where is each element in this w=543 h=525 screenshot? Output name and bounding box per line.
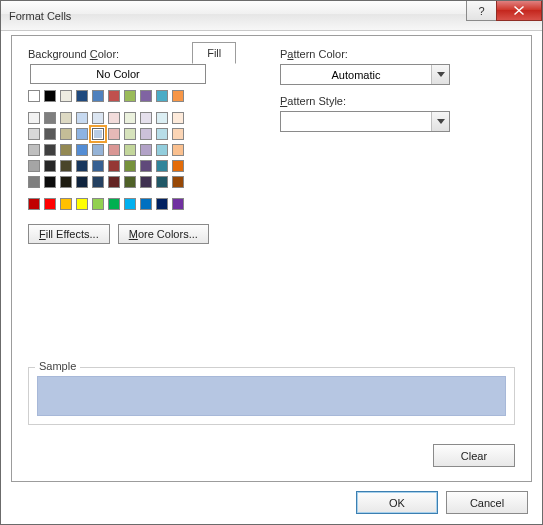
color-swatch[interactable] (76, 144, 88, 156)
color-swatch[interactable] (156, 176, 168, 188)
color-swatch[interactable] (140, 144, 152, 156)
sample-group: Sample (28, 367, 515, 425)
color-swatch[interactable] (44, 176, 56, 188)
color-swatch[interactable] (140, 90, 152, 102)
clear-button[interactable]: Clear (433, 444, 515, 467)
color-swatch[interactable] (28, 90, 40, 102)
color-swatch[interactable] (76, 112, 88, 124)
color-swatch[interactable] (60, 128, 72, 140)
color-swatch[interactable] (156, 128, 168, 140)
color-swatch[interactable] (60, 198, 72, 210)
color-swatch[interactable] (76, 128, 88, 140)
color-swatch[interactable] (108, 90, 120, 102)
cancel-button[interactable]: Cancel (446, 491, 528, 514)
pattern-style-combo[interactable] (280, 111, 450, 132)
color-swatch[interactable] (156, 160, 168, 172)
color-swatch[interactable] (28, 176, 40, 188)
tab-fill[interactable]: Fill (192, 42, 236, 64)
color-swatch[interactable] (28, 198, 40, 210)
color-swatch[interactable] (76, 90, 88, 102)
color-swatch[interactable] (60, 176, 72, 188)
color-swatch[interactable] (172, 176, 184, 188)
color-swatch[interactable] (44, 144, 56, 156)
color-swatch[interactable] (124, 176, 136, 188)
color-swatch[interactable] (124, 128, 136, 140)
color-swatch[interactable] (124, 160, 136, 172)
color-swatch[interactable] (28, 160, 40, 172)
pattern-color-label: Pattern Color: (280, 48, 510, 60)
pattern-color-combo[interactable]: Automatic (280, 64, 450, 85)
color-swatch[interactable] (92, 198, 104, 210)
color-swatch[interactable] (172, 128, 184, 140)
color-swatch[interactable] (108, 128, 120, 140)
color-swatch[interactable] (172, 90, 184, 102)
color-swatch[interactable] (140, 198, 152, 210)
fill-effects-button[interactable]: Fill Effects... (28, 224, 110, 244)
color-swatch[interactable] (60, 112, 72, 124)
color-swatch[interactable] (156, 112, 168, 124)
color-swatch[interactable] (156, 144, 168, 156)
color-swatch[interactable] (76, 160, 88, 172)
color-swatch[interactable] (44, 198, 56, 210)
color-swatch[interactable] (44, 90, 56, 102)
color-swatch[interactable] (108, 144, 120, 156)
color-palette (28, 90, 258, 210)
color-swatch[interactable] (108, 198, 120, 210)
no-color-button[interactable]: No Color (30, 64, 206, 84)
color-swatch[interactable] (92, 176, 104, 188)
color-swatch[interactable] (156, 198, 168, 210)
color-swatch[interactable] (92, 112, 104, 124)
color-swatch[interactable] (92, 90, 104, 102)
color-swatch[interactable] (76, 176, 88, 188)
color-swatch[interactable] (44, 128, 56, 140)
color-swatch[interactable] (140, 176, 152, 188)
color-swatch[interactable] (28, 144, 40, 156)
color-swatch[interactable] (108, 160, 120, 172)
color-swatch[interactable] (92, 144, 104, 156)
chevron-down-icon (431, 65, 449, 84)
color-swatch[interactable] (124, 144, 136, 156)
color-swatch[interactable] (92, 128, 104, 140)
color-swatch[interactable] (76, 198, 88, 210)
color-swatch[interactable] (108, 112, 120, 124)
color-swatch[interactable] (108, 176, 120, 188)
color-swatch[interactable] (44, 112, 56, 124)
help-button[interactable]: ? (466, 1, 496, 21)
color-swatch[interactable] (44, 160, 56, 172)
sample-swatch (37, 376, 506, 416)
color-swatch[interactable] (140, 128, 152, 140)
pattern-color-value: Automatic (281, 69, 431, 81)
format-cells-dialog: Format Cells ? NumberFontBorderFill Back… (0, 0, 543, 525)
color-swatch[interactable] (172, 112, 184, 124)
color-swatch[interactable] (124, 90, 136, 102)
sample-label: Sample (35, 360, 80, 372)
color-swatch[interactable] (60, 160, 72, 172)
color-swatch[interactable] (140, 112, 152, 124)
titlebar[interactable]: Format Cells ? (1, 1, 542, 31)
ok-button[interactable]: OK (356, 491, 438, 514)
color-swatch[interactable] (124, 112, 136, 124)
window-title: Format Cells (9, 10, 71, 22)
color-swatch[interactable] (60, 90, 72, 102)
fill-tab-content: Background Color: No Color Fill Effects.… (11, 35, 532, 482)
chevron-down-icon (431, 112, 449, 131)
color-swatch[interactable] (92, 160, 104, 172)
color-swatch[interactable] (28, 128, 40, 140)
color-swatch[interactable] (124, 198, 136, 210)
color-swatch[interactable] (28, 112, 40, 124)
color-swatch[interactable] (140, 160, 152, 172)
color-swatch[interactable] (172, 144, 184, 156)
color-swatch[interactable] (60, 144, 72, 156)
color-swatch[interactable] (156, 90, 168, 102)
color-swatch[interactable] (172, 160, 184, 172)
close-button[interactable] (496, 1, 542, 21)
pattern-style-label: Pattern Style: (280, 95, 510, 107)
color-swatch[interactable] (172, 198, 184, 210)
more-colors-button[interactable]: More Colors... (118, 224, 209, 244)
